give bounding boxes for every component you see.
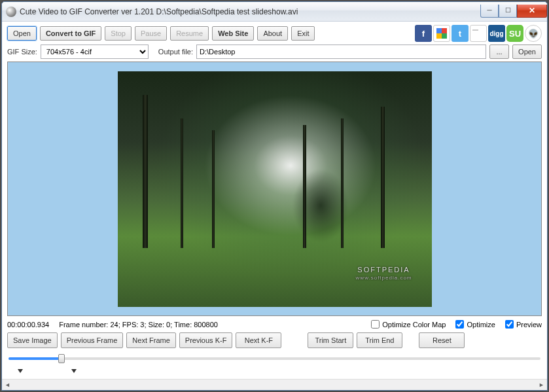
settings-row: GIF Size: 704x576 - 4cif Output file: ..… — [7, 45, 542, 59]
gif-size-select[interactable]: 704x576 - 4cif — [41, 45, 149, 59]
previous-keyframe-button[interactable]: Previous K-F — [179, 332, 233, 348]
resume-button[interactable]: Resume — [170, 26, 209, 41]
timeline-slider[interactable] — [7, 351, 542, 366]
next-frame-button[interactable]: Next Frame — [126, 332, 175, 348]
titlebar[interactable]: Cute Video to GIF Converter ver 1.201 D:… — [2, 2, 547, 22]
video-frame-preview: SOFTPEDIA www.softpedia.com — [118, 71, 432, 307]
open-output-button[interactable]: Open — [512, 45, 542, 59]
frame-controls: Save Image Previous Frame Next Frame Pre… — [7, 332, 542, 348]
preview-checkbox[interactable]: Preview — [505, 320, 542, 329]
delicious-icon[interactable] — [470, 25, 487, 42]
optimize-checkbox[interactable]: Optimize — [455, 320, 495, 329]
maximize-button[interactable]: ☐ — [499, 5, 517, 18]
output-file-label: Output file: — [158, 48, 193, 56]
reddit-icon[interactable]: 👽 — [525, 25, 542, 42]
frame-info: Frame number: 24; FPS: 3; Size: 0; Time:… — [59, 321, 218, 329]
browse-button[interactable]: ... — [489, 45, 509, 59]
watermark: SOFTPEDIA www.softpedia.com — [356, 266, 412, 281]
output-file-input[interactable] — [196, 45, 486, 59]
trim-end-button[interactable]: Trim End — [357, 332, 402, 348]
time-display: 00:00:00.934 — [7, 321, 49, 329]
trim-markers — [7, 369, 542, 376]
main-toolbar: Open Convert to GIF Stop Pause Resume We… — [7, 25, 542, 42]
window-controls: ─ ☐ ✕ — [480, 5, 547, 18]
reset-button[interactable]: Reset — [419, 332, 465, 348]
scroll-right-icon[interactable]: ► — [536, 380, 547, 390]
scroll-left-icon[interactable]: ◄ — [2, 380, 13, 390]
convert-button[interactable]: Convert to GIF — [40, 26, 101, 41]
minimize-button[interactable]: ─ — [480, 5, 499, 18]
slider-thumb[interactable] — [58, 354, 65, 363]
horizontal-scrollbar[interactable]: ◄ ► — [2, 379, 547, 390]
gif-size-label: GIF Size: — [7, 48, 37, 56]
about-button[interactable]: About — [257, 26, 288, 41]
stop-button[interactable]: Stop — [105, 26, 132, 41]
optimize-colormap-checkbox[interactable]: Optimize Color Map — [371, 320, 446, 329]
digg-icon[interactable]: digg — [488, 25, 505, 42]
app-icon — [6, 7, 16, 17]
trim-start-marker[interactable] — [18, 369, 23, 373]
previous-frame-button[interactable]: Previous Frame — [61, 332, 124, 348]
pause-button[interactable]: Pause — [135, 26, 167, 41]
trim-end-marker[interactable] — [71, 369, 77, 373]
content-area: Open Convert to GIF Stop Pause Resume We… — [2, 22, 547, 379]
save-image-button[interactable]: Save Image — [7, 332, 58, 348]
social-links: f t digg SU 👽 — [415, 25, 542, 42]
preview-area: SOFTPEDIA www.softpedia.com — [7, 62, 542, 316]
close-button[interactable]: ✕ — [517, 5, 547, 18]
facebook-icon[interactable]: f — [415, 25, 432, 42]
next-keyframe-button[interactable]: Next K-F — [236, 332, 281, 348]
website-button[interactable]: Web Site — [212, 26, 254, 41]
open-button[interactable]: Open — [7, 26, 37, 41]
exit-button[interactable]: Exit — [291, 26, 315, 41]
window-title: Cute Video to GIF Converter ver 1.201 D:… — [20, 7, 480, 16]
status-bar: 00:00:00.934 Frame number: 24; FPS: 3; S… — [7, 319, 542, 330]
google-icon[interactable] — [433, 25, 450, 42]
app-window: Cute Video to GIF Converter ver 1.201 D:… — [1, 1, 548, 391]
trim-start-button[interactable]: Trim Start — [308, 332, 353, 348]
stumbleupon-icon[interactable]: SU — [506, 25, 523, 42]
twitter-icon[interactable]: t — [452, 25, 469, 42]
